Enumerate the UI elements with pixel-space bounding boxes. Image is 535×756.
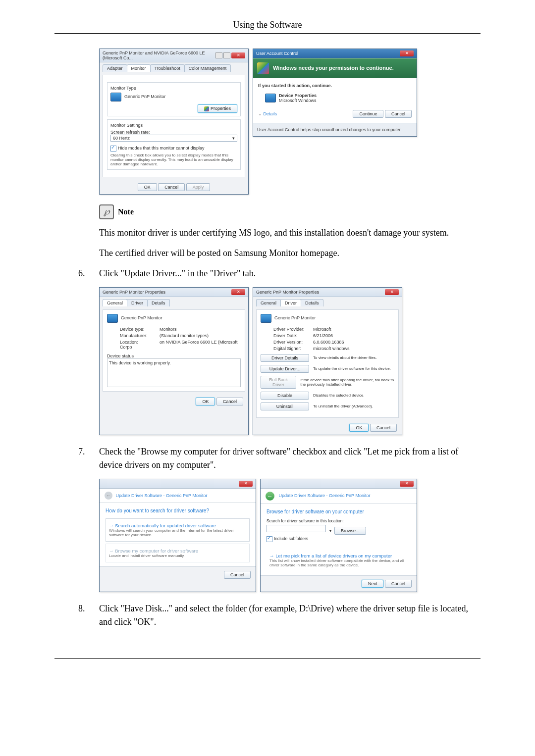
refresh-label: Screen refresh rate: xyxy=(110,130,237,135)
details-link[interactable]: Details xyxy=(264,111,277,116)
group-monitor-settings: Monitor Settings xyxy=(110,123,237,128)
let-me-pick-option[interactable]: → Let me pick from a list of device driv… xyxy=(267,549,411,571)
cancel-button[interactable]: Cancel xyxy=(216,398,243,405)
tab-adapter[interactable]: Adapter xyxy=(103,64,127,72)
wizard-search-dialog: ✕ ← Update Driver Software - Generic PnP… xyxy=(99,479,256,592)
rollback-button[interactable]: Roll Back Driver xyxy=(261,376,296,389)
note-icon: ℘ xyxy=(99,204,114,219)
screenshot-row-3: ✕ ← Update Driver Software - Generic PnP… xyxy=(99,479,481,592)
titlebar: Generic PnP Monitor Properties ✕ xyxy=(100,288,248,297)
date-label: Driver Date: xyxy=(273,333,313,338)
date-value: 6/21/2006 xyxy=(313,333,333,338)
hide-modes-desc: Clearing this check box allows you to se… xyxy=(110,153,237,166)
tab-general[interactable]: General xyxy=(103,299,127,306)
tab-details[interactable]: Details xyxy=(147,299,170,306)
dialog-title: Generic PnP Monitor and NVIDIA GeForce 6… xyxy=(103,50,215,60)
group-monitor-type: Monitor Type xyxy=(110,86,237,91)
path-input[interactable] xyxy=(267,525,326,532)
dialog-title: User Account Control xyxy=(256,51,298,56)
ok-button[interactable]: OK xyxy=(138,183,157,191)
note-text-2: The certified driver will be posted on S… xyxy=(99,247,481,260)
properties-button[interactable]: Properties xyxy=(198,104,237,113)
search-auto-option[interactable]: → Search automatically for updated drive… xyxy=(106,518,250,542)
dialog-title: Generic PnP Monitor Properties xyxy=(103,290,165,295)
cancel-button[interactable]: Cancel xyxy=(158,183,185,191)
close-icon[interactable]: ✕ xyxy=(231,289,245,295)
screenshot-row-2: Generic PnP Monitor Properties ✕ General… xyxy=(99,287,481,435)
step-7: 7.Check the "Browse my computer for driv… xyxy=(78,445,481,472)
uac-publisher: Microsoft Windows xyxy=(279,98,317,103)
cancel-button[interactable]: Cancel xyxy=(224,571,251,579)
device-type-label: Device type: xyxy=(120,327,160,332)
version-value: 6.0.6000.16386 xyxy=(313,340,344,345)
provider-value: Microsoft xyxy=(313,327,331,332)
next-button[interactable]: Next xyxy=(362,580,384,588)
tab-color-management[interactable]: Color Management xyxy=(184,64,231,72)
close-icon[interactable]: ✕ xyxy=(215,52,245,58)
uac-app-name: Device Properties xyxy=(279,93,317,98)
monitor-icon xyxy=(110,93,121,101)
wizard-heading: How do you want to search for driver sof… xyxy=(106,508,250,513)
driver-details-desc: To view details about the driver files. xyxy=(313,355,377,360)
titlebar: ✕ xyxy=(100,479,256,489)
device-name: Generic PnP Monitor xyxy=(124,94,165,99)
hide-modes-label: Hide modes that this monitor cannot disp… xyxy=(118,146,205,151)
update-driver-button[interactable]: Update Driver... xyxy=(261,365,309,373)
back-icon[interactable]: ← xyxy=(105,492,112,500)
update-driver-desc: To update the driver software for this d… xyxy=(313,366,391,371)
breadcrumb: Update Driver Software - Generic PnP Mon… xyxy=(279,493,371,498)
disable-button[interactable]: Disable xyxy=(261,392,309,400)
dialog-title: Generic PnP Monitor Properties xyxy=(256,290,319,295)
breadcrumb: Update Driver Software - Generic PnP Mon… xyxy=(116,493,208,498)
chevron-down-icon: ▾ xyxy=(232,136,235,141)
driver-details-button[interactable]: Driver Details xyxy=(261,354,309,362)
step-8: 8.Click "Have Disk..." and select the fo… xyxy=(78,602,481,629)
ok-button[interactable]: OK xyxy=(349,424,369,432)
uac-dialog: User Account Control ✕ Windows needs you… xyxy=(253,49,417,137)
titlebar: Generic PnP Monitor and NVIDIA GeForce 6… xyxy=(100,49,248,62)
uac-footer: User Account Control helps stop unauthor… xyxy=(253,123,417,136)
note-text-1: This monitor driver is under certifying … xyxy=(99,226,481,240)
uninstall-button[interactable]: Uninstall xyxy=(261,403,309,410)
uac-banner: Windows needs your permission to contion… xyxy=(253,58,417,78)
close-icon[interactable]: ✕ xyxy=(400,481,414,487)
wizard-heading: Browse for driver software on your compu… xyxy=(267,509,411,514)
cancel-button[interactable]: Cancel xyxy=(385,110,412,118)
tab-monitor[interactable]: Monitor xyxy=(127,64,151,72)
step-6: 6.Click "Update Driver..." in the "Drive… xyxy=(78,267,481,280)
hide-modes-checkbox[interactable] xyxy=(110,146,116,151)
browse-button[interactable]: Browse... xyxy=(334,527,366,535)
tab-driver[interactable]: Driver xyxy=(280,299,301,306)
monitor-icon xyxy=(261,314,271,323)
close-icon[interactable]: ✕ xyxy=(385,289,399,295)
ok-button[interactable]: OK xyxy=(196,398,215,405)
include-subfolders-label: Include subfolders xyxy=(274,536,308,541)
search-location-label: Search for driver software in this locat… xyxy=(267,518,411,523)
include-subfolders-checkbox[interactable] xyxy=(267,536,272,542)
titlebar: Generic PnP Monitor Properties ✕ xyxy=(253,288,402,297)
tab-driver[interactable]: Driver xyxy=(127,299,148,306)
browse-option[interactable]: → Browse my computer for driver software… xyxy=(106,544,250,562)
close-icon[interactable]: ✕ xyxy=(400,50,414,56)
cancel-button[interactable]: Cancel xyxy=(385,580,412,588)
rollback-desc: If the device fails after updating the d… xyxy=(300,378,394,387)
close-icon[interactable]: ✕ xyxy=(239,481,253,487)
apply-button[interactable]: Apply xyxy=(186,183,211,191)
refresh-rate-select[interactable]: 60 Hertz▾ xyxy=(110,135,237,142)
uninstall-desc: To uninstall the driver (Advanced). xyxy=(313,404,373,408)
tab-general[interactable]: General xyxy=(256,299,281,306)
monitor-settings-dialog: Generic PnP Monitor and NVIDIA GeForce 6… xyxy=(99,49,249,195)
cancel-button[interactable]: Cancel xyxy=(370,424,397,432)
monitor-icon xyxy=(107,314,118,323)
continue-button[interactable]: Continue xyxy=(353,110,383,118)
disable-desc: Disables the selected device. xyxy=(313,393,365,398)
device-type-value: Monitors xyxy=(160,327,177,332)
signer-value: microsoft windows xyxy=(313,346,350,351)
back-icon[interactable]: ← xyxy=(266,492,274,501)
note-label: Note xyxy=(118,207,134,216)
tab-troubleshoot[interactable]: Troubleshoot xyxy=(150,64,185,72)
wizard-browse-dialog: ✕ ← Update Driver Software - Generic PnP… xyxy=(260,479,417,592)
footer-rule xyxy=(54,658,481,659)
tab-details[interactable]: Details xyxy=(301,299,323,306)
device-name: Generic PnP Monitor xyxy=(121,315,162,320)
